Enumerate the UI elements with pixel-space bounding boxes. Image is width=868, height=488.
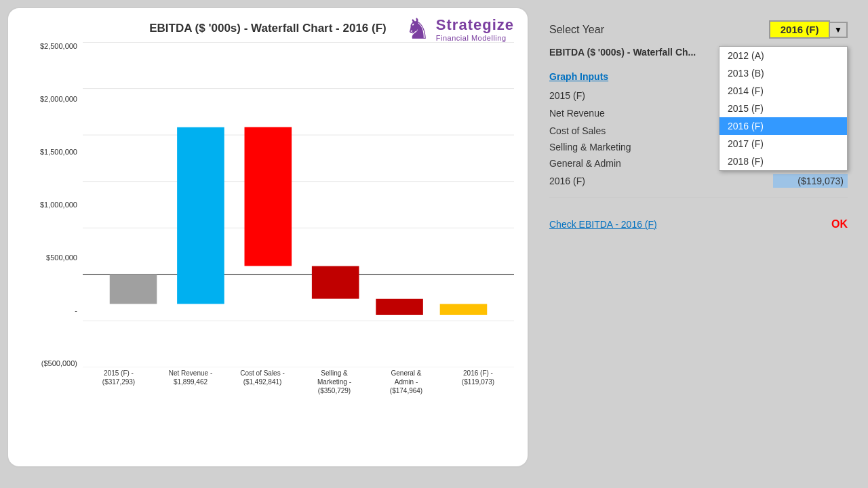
plot-area xyxy=(83,42,514,367)
ebitda-header-text: EBITDA ($ '000s) - Waterfall Ch... xyxy=(549,47,696,58)
y-label-500: $500,000 xyxy=(46,253,77,262)
dropdown-item-2015f[interactable]: 2015 (F) xyxy=(719,100,847,117)
year-filter-label: 2015 (F) xyxy=(549,90,585,101)
result-label: 2016 (F) xyxy=(549,176,585,186)
check-ebitda-row: Check EBITDA - 2016 (F) OK xyxy=(549,218,848,230)
select-year-row: Select Year 2016 (F) ▼ xyxy=(549,20,848,39)
bar-cos xyxy=(245,127,292,266)
x-label-0: 2015 (F) -($317,293) xyxy=(85,369,153,395)
logo-text: Strategize Financial Modelling xyxy=(436,16,514,42)
bar-selling xyxy=(312,266,359,299)
main-container: ♞ Strategize Financial Modelling EBITDA … xyxy=(7,7,861,481)
ga-label: General & Admin xyxy=(549,158,621,169)
y-label-2500: $2,500,000 xyxy=(40,42,77,50)
y-label-1000: $1,000,000 xyxy=(40,201,77,209)
y-label-1500: $1,500,000 xyxy=(40,148,77,156)
check-ebitda-label: Check EBITDA - 2016 (F) xyxy=(549,219,657,230)
bar-net-revenue xyxy=(177,127,224,304)
logo-title: Strategize xyxy=(436,16,514,34)
year-value: 2016 (F) xyxy=(769,20,830,39)
logo: ♞ Strategize Financial Modelling xyxy=(405,15,514,43)
chart-area: $2,500,000 $2,000,000 $1,500,000 $1,000,… xyxy=(22,42,514,422)
y-axis: $2,500,000 $2,000,000 $1,500,000 $1,000,… xyxy=(22,42,83,367)
x-label-2: Cost of Sales -($1,492,841) xyxy=(229,369,296,395)
logo-subtitle: Financial Modelling xyxy=(436,34,514,42)
bar-ga xyxy=(376,299,423,315)
net-revenue-label: Net Revenue xyxy=(549,108,605,119)
x-label-3: Selling &Marketing -($350,729) xyxy=(300,369,368,395)
dropdown-item-2012a[interactable]: 2012 (A) xyxy=(719,47,847,64)
dropdown-item-2018f[interactable]: 2018 (F) xyxy=(719,152,847,170)
dropdown-item-2016f[interactable]: 2016 (F) xyxy=(719,117,847,135)
result-value: ($119,073) xyxy=(773,174,848,188)
select-year-label: Select Year xyxy=(549,24,604,36)
x-axis: 2015 (F) -($317,293) Net Revenue -$1,899… xyxy=(83,369,514,395)
selling-label: Selling & Marketing xyxy=(549,142,631,152)
year-selector: 2016 (F) ▼ xyxy=(769,20,848,39)
chess-knight-icon: ♞ xyxy=(405,15,431,43)
y-label-neg500: ($500,000) xyxy=(41,359,77,367)
year-dropdown-button[interactable]: ▼ xyxy=(830,22,848,38)
y-label-2000: $2,000,000 xyxy=(40,95,77,103)
dropdown-item-2013b[interactable]: 2013 (B) xyxy=(719,64,847,82)
dropdown-item-2014f[interactable]: 2014 (F) xyxy=(719,82,847,100)
result-row: 2016 (F) ($119,073) xyxy=(549,174,848,188)
y-label-0: - xyxy=(75,306,77,314)
chart-svg xyxy=(83,42,514,367)
dropdown-item-2017f[interactable]: 2017 (F) xyxy=(719,135,847,152)
chart-panel: ♞ Strategize Financial Modelling EBITDA … xyxy=(7,7,529,468)
year-dropdown-overlay: 2012 (A) 2013 (B) 2014 (F) 2015 (F) 2016… xyxy=(719,46,848,171)
x-label-5: 2016 (F) -($119,073) xyxy=(444,369,512,395)
right-panel: Select Year 2016 (F) ▼ 2012 (A) 2013 (B)… xyxy=(529,7,861,481)
svg-rect-8 xyxy=(376,274,423,299)
bar-result xyxy=(440,304,488,315)
x-label-1: Net Revenue -$1,899,462 xyxy=(157,369,224,395)
check-ebitda-value: OK xyxy=(831,218,848,230)
cos-label: Cost of Sales xyxy=(549,125,606,136)
x-label-4: General &Admin -($174,964) xyxy=(372,369,440,395)
bar-2015f xyxy=(110,274,157,304)
divider xyxy=(549,197,848,198)
